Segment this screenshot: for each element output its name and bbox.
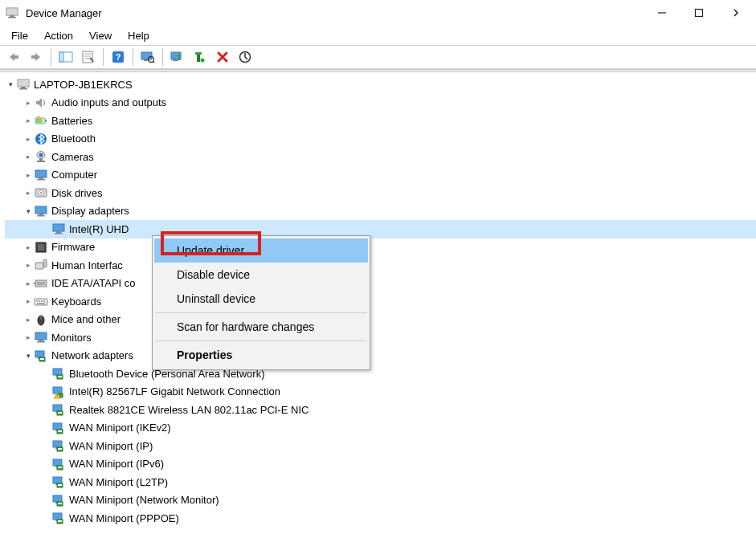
svg-rect-87	[53, 405, 62, 411]
menu-action[interactable]: Action	[36, 28, 81, 43]
category-label: Computer	[51, 169, 97, 181]
toolbar-separator	[133, 48, 133, 66]
show-hide-console-button[interactable]	[55, 47, 76, 67]
overflow-button[interactable]	[717, 0, 754, 26]
tree-device[interactable]: Bluetooth Device (Personal Area Network)	[5, 365, 756, 383]
tree-device[interactable]: WAN Miniport (PPPOE)	[5, 509, 756, 528]
category-icon	[34, 258, 48, 272]
expander-icon[interactable]: ▸	[22, 243, 34, 251]
expander-icon[interactable]: ▸	[22, 171, 34, 179]
back-button[interactable]	[3, 47, 24, 67]
context-separator	[155, 312, 367, 313]
device-label: WAN Miniport (IKEv2)	[69, 422, 171, 434]
tree-category[interactable]: ▸Batteries	[5, 112, 756, 130]
tree-category[interactable]: ▸Mice and other	[5, 311, 756, 329]
svg-rect-95	[53, 441, 62, 447]
device-icon	[51, 511, 66, 525]
expander-icon[interactable]: ▸	[22, 316, 34, 324]
maximize-button[interactable]	[680, 0, 717, 26]
svg-rect-1	[7, 9, 17, 14]
menu-view[interactable]: View	[81, 28, 120, 43]
context-uninstall-device[interactable]: Uninstall device	[154, 287, 368, 311]
svg-rect-39	[35, 170, 47, 177]
help-button[interactable]: ?	[108, 47, 129, 67]
category-label: Disk drives	[51, 187, 103, 199]
tree-category[interactable]: ▸Keyboards	[5, 292, 756, 311]
device-icon	[51, 421, 66, 435]
expander-icon[interactable]: ▸	[22, 279, 34, 287]
tree-device[interactable]: WAN Miniport (L2TP)	[5, 473, 756, 491]
device-label: WAN Miniport (Network Monitor)	[69, 494, 219, 506]
category-label: Keyboards	[51, 295, 101, 308]
uninstall-device-button[interactable]	[190, 47, 210, 67]
category-label: Human Interfac	[51, 259, 123, 271]
svg-text:?: ?	[116, 52, 121, 62]
expander-icon[interactable]: ▸	[22, 333, 34, 341]
svg-rect-98	[58, 448, 62, 450]
tree-device[interactable]: WAN Miniport (IP)	[5, 437, 756, 455]
expander-icon[interactable]: ▸	[22, 153, 34, 161]
tree-device[interactable]: WAN Miniport (IKEv2)	[5, 419, 756, 438]
menu-help[interactable]: Help	[120, 28, 157, 43]
svg-rect-16	[141, 52, 152, 59]
scan-hardware-button[interactable]	[137, 47, 158, 67]
context-update-driver[interactable]: Update driver	[154, 238, 368, 263]
tree-category[interactable]: ▸Firmware	[5, 238, 756, 257]
tree-category[interactable]: ▸Human Interfac	[5, 256, 756, 275]
device-label: WAN Miniport (L2TP)	[69, 476, 168, 488]
category-icon	[34, 149, 48, 164]
expander-icon[interactable]: ▾	[22, 207, 34, 215]
tree-category[interactable]: ▸Monitors	[5, 328, 756, 347]
context-menu: Update driver Disable device Uninstall d…	[152, 235, 370, 370]
enable-device-button[interactable]	[235, 47, 255, 67]
minimize-button[interactable]	[644, 0, 680, 26]
svg-rect-106	[58, 484, 62, 486]
expander-icon[interactable]: ▸	[22, 99, 34, 107]
category-label: Firmware	[51, 241, 95, 253]
svg-rect-91	[53, 423, 62, 430]
toolbar-separator	[103, 48, 104, 66]
tree-device[interactable]: Realtek 8821CE Wireless LAN 802.11ac PCI…	[5, 401, 756, 419]
svg-rect-23	[195, 52, 202, 55]
svg-point-36	[39, 153, 43, 157]
tree-device[interactable]: WAN Miniport (Network Monitor)	[5, 491, 756, 510]
svg-rect-110	[58, 503, 62, 504]
category-icon	[34, 294, 48, 308]
tree-category[interactable]: ▸Audio inputs and outputs	[5, 94, 756, 112]
tree-category[interactable]: ▸Disk drives	[5, 184, 756, 202]
expander-icon[interactable]: ▾	[5, 80, 16, 88]
expander-icon[interactable]: ▸	[22, 261, 34, 269]
tree-category[interactable]: ▸Computer	[5, 166, 756, 185]
context-disable-device[interactable]: Disable device	[154, 263, 368, 287]
category-label: Cameras	[51, 151, 94, 163]
svg-rect-62	[37, 282, 45, 285]
tree-device[interactable]: !Intel(R) 82567LF Gigabit Network Connec…	[5, 383, 756, 401]
svg-rect-60	[43, 259, 47, 267]
context-scan-hardware[interactable]: Scan for hardware changes	[154, 315, 368, 339]
forward-button[interactable]	[26, 47, 47, 67]
category-label: IDE ATA/ATAPI co	[51, 277, 136, 289]
expander-icon[interactable]: ▸	[22, 297, 34, 305]
tree-device[interactable]: Intel(R) UHD	[5, 220, 756, 238]
expander-icon[interactable]: ▸	[22, 189, 34, 197]
tree-category[interactable]: ▸IDE ATA/ATAPI co	[5, 275, 756, 293]
expander-icon[interactable]: ▸	[22, 135, 34, 143]
svg-rect-94	[58, 430, 62, 432]
context-properties[interactable]: Properties	[154, 343, 368, 367]
tree-device[interactable]: WAN Miniport (IPv6)	[5, 455, 756, 474]
svg-rect-47	[37, 215, 45, 217]
expander-icon[interactable]: ▸	[22, 116, 34, 124]
properties-button[interactable]	[78, 47, 99, 67]
svg-rect-28	[21, 87, 26, 88]
tree-category[interactable]: ▾Network adapters	[5, 347, 756, 365]
tree-category[interactable]: ▾Display adapters	[5, 202, 756, 221]
tree-category[interactable]: ▸Bluetooth	[5, 130, 756, 149]
disable-device-button[interactable]	[212, 47, 233, 67]
device-label: Realtek 8821CE Wireless LAN 802.11ac PCI…	[69, 404, 309, 416]
menu-file[interactable]: File	[3, 28, 36, 43]
expander-icon[interactable]: ▾	[22, 352, 34, 360]
category-icon	[34, 276, 48, 291]
update-driver-button[interactable]	[167, 47, 188, 67]
tree-root[interactable]: ▾LAPTOP-JB1EKRCS	[5, 75, 756, 94]
tree-category[interactable]: ▸Cameras	[5, 148, 756, 166]
